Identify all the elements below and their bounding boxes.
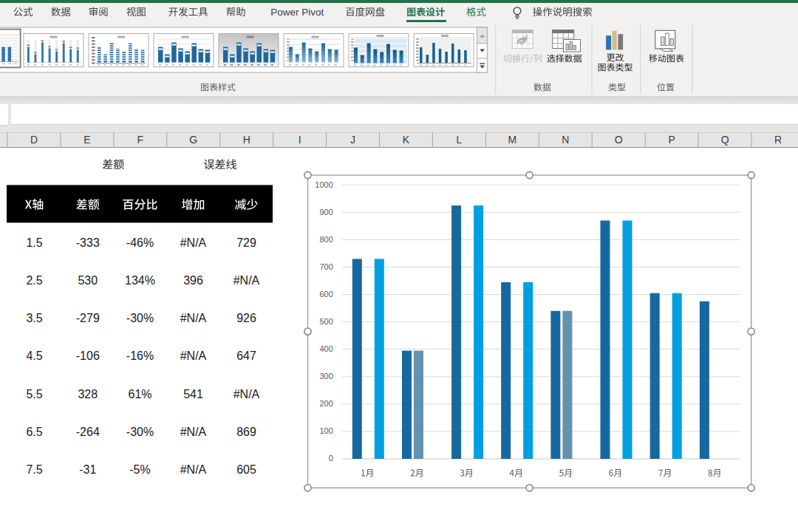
- svg-text:396: 396: [183, 274, 203, 287]
- svg-text:4.5: 4.5: [26, 349, 42, 362]
- svg-text:#N/A: #N/A: [180, 426, 207, 438]
- svg-text:M: M: [508, 134, 517, 146]
- svg-text:800: 800: [319, 235, 332, 244]
- svg-text:#N/A: #N/A: [233, 388, 260, 400]
- svg-text:1.5: 1.5: [26, 236, 42, 249]
- svg-text:600: 600: [319, 290, 332, 299]
- svg-text:D: D: [30, 134, 38, 146]
- svg-text:Q: Q: [721, 134, 729, 146]
- svg-text:E: E: [83, 134, 90, 146]
- svg-text:729: 729: [236, 236, 256, 249]
- svg-text:Power Pivot: Power Pivot: [270, 7, 324, 18]
- svg-text:N: N: [562, 134, 569, 146]
- svg-text:647: 647: [236, 349, 256, 362]
- svg-text:L: L: [457, 134, 463, 146]
- svg-text:-30%: -30%: [126, 426, 154, 438]
- svg-text:#N/A: #N/A: [180, 463, 207, 476]
- svg-text:100: 100: [319, 426, 332, 435]
- svg-text:-106: -106: [76, 349, 100, 362]
- svg-text:H: H: [243, 134, 250, 146]
- svg-text:200: 200: [319, 399, 332, 408]
- svg-text:-16%: -16%: [126, 349, 154, 362]
- svg-text:-46%: -46%: [126, 236, 154, 249]
- svg-text:#N/A: #N/A: [180, 349, 207, 362]
- svg-text:-264: -264: [76, 426, 100, 438]
- svg-text:869: 869: [236, 426, 256, 438]
- svg-text:2.5: 2.5: [26, 274, 42, 287]
- svg-text:K: K: [403, 134, 410, 146]
- svg-text:3.5: 3.5: [26, 312, 42, 324]
- svg-text:61%: 61%: [128, 388, 151, 400]
- svg-text:0: 0: [329, 454, 333, 463]
- svg-text:P: P: [669, 134, 675, 146]
- svg-text:O: O: [615, 134, 623, 146]
- svg-text:G: G: [189, 134, 197, 146]
- svg-text:6.5: 6.5: [26, 426, 42, 438]
- svg-text:#N/A: #N/A: [180, 312, 207, 324]
- svg-text:300: 300: [319, 372, 332, 381]
- svg-text:328: 328: [78, 388, 98, 400]
- svg-text:541: 541: [183, 388, 203, 400]
- svg-text:J: J: [350, 134, 355, 146]
- svg-text:7.5: 7.5: [26, 463, 42, 476]
- svg-text:R: R: [774, 134, 782, 146]
- svg-text:900: 900: [319, 208, 332, 216]
- svg-text:134%: 134%: [125, 274, 155, 287]
- svg-text:700: 700: [319, 262, 332, 271]
- svg-text:-30%: -30%: [126, 312, 154, 324]
- svg-text:530: 530: [78, 274, 98, 287]
- svg-text:#N/A: #N/A: [233, 274, 260, 287]
- svg-text:-5%: -5%: [129, 463, 150, 476]
- svg-text:I: I: [299, 134, 301, 146]
- svg-text:F: F: [137, 134, 144, 146]
- svg-text:400: 400: [319, 344, 332, 353]
- svg-text:-279: -279: [76, 312, 100, 324]
- svg-text:5.5: 5.5: [26, 388, 42, 400]
- svg-text:926: 926: [236, 312, 256, 324]
- svg-text:-31: -31: [79, 463, 96, 476]
- svg-text:-333: -333: [76, 236, 100, 249]
- svg-text:500: 500: [319, 317, 332, 326]
- svg-text:1000: 1000: [315, 180, 332, 189]
- svg-text:605: 605: [236, 463, 256, 476]
- svg-text:#N/A: #N/A: [180, 236, 207, 249]
